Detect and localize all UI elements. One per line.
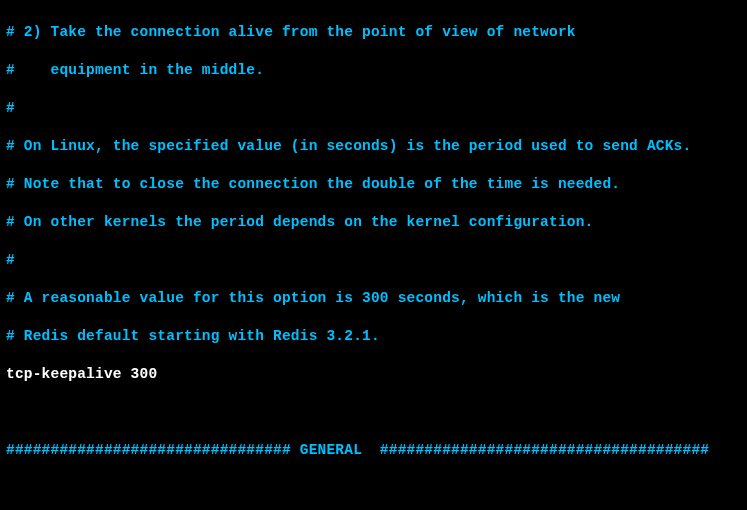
comment-line: # Redis default starting with Redis 3.2.… [6,327,741,346]
comment-line: # On other kernels the period depends on… [6,213,741,232]
blank-line [6,403,741,422]
section-header-general: ################################ GENERAL… [6,441,741,460]
comment-line: # 2) Take the connection alive from the … [6,23,741,42]
comment-line: # [6,99,741,118]
comment-line: # equipment in the middle. [6,61,741,80]
blank-line [6,479,741,498]
comment-line: # Note that to close the connection the … [6,175,741,194]
terminal-editor[interactable]: # 2) Take the connection alive from the … [0,0,747,510]
config-directive-tcp-keepalive: tcp-keepalive 300 [6,365,741,384]
comment-line: # On Linux, the specified value (in seco… [6,137,741,156]
comment-line: # A reasonable value for this option is … [6,289,741,308]
comment-line: # [6,251,741,270]
